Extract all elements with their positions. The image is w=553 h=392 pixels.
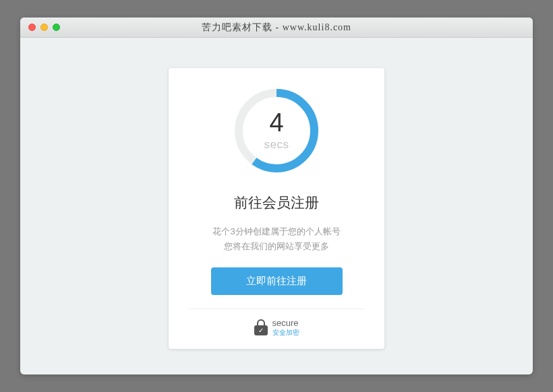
countdown-progress: 4 secs — [233, 87, 320, 174]
secure-row: ✓ secure 安全加密 — [189, 308, 364, 336]
countdown-unit: secs — [264, 138, 289, 152]
desc-line-1: 花个3分钟创建属于您的个人帐号 — [212, 226, 340, 236]
card-heading: 前往会员注册 — [234, 193, 319, 212]
countdown-counter: 4 secs — [233, 87, 320, 174]
desc-line-2: 您将在我们的网站享受更多 — [224, 241, 329, 251]
titlebar: 苦力吧素材下载 - www.kuli8.com — [20, 18, 533, 38]
secure-label: secure — [272, 319, 299, 329]
register-button[interactable]: 立即前往注册 — [211, 267, 343, 295]
minimize-icon[interactable] — [40, 24, 48, 31]
countdown-card: 4 secs 前往会员注册 花个3分钟创建属于您的个人帐号 您将在我们的网站享受… — [169, 68, 384, 349]
maximize-icon[interactable] — [53, 24, 60, 31]
secure-text: secure 安全加密 — [272, 319, 299, 336]
content-area: 4 secs 前往会员注册 花个3分钟创建属于您的个人帐号 您将在我们的网站享受… — [20, 38, 533, 374]
browser-window: 苦力吧素材下载 - www.kuli8.com 4 secs 前往会员注册 花个… — [20, 18, 533, 374]
window-title: 苦力吧素材下载 - www.kuli8.com — [28, 22, 525, 34]
card-description: 花个3分钟创建属于您的个人帐号 您将在我们的网站享受更多 — [212, 224, 340, 254]
countdown-value: 4 — [269, 110, 283, 135]
close-icon[interactable] — [28, 24, 36, 31]
secure-link[interactable]: 安全加密 — [272, 329, 299, 337]
lock-icon: ✓ — [254, 319, 268, 335]
traffic-lights — [28, 24, 60, 31]
